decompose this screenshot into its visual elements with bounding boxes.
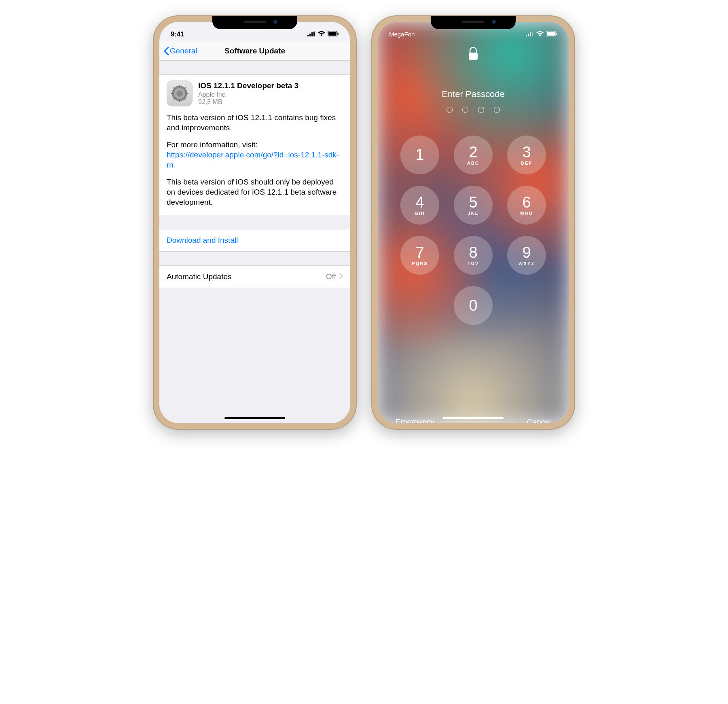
phone-right: MegaFon Enter Passcode bbox=[372, 16, 574, 429]
status-right bbox=[473, 30, 557, 38]
lock-icon bbox=[468, 47, 478, 62]
status-time: 9:41 bbox=[171, 30, 184, 38]
passcode-dot bbox=[494, 107, 500, 113]
settings-body: iOS 12.1.1 Developer beta 3 Apple Inc. 9… bbox=[159, 61, 350, 423]
svg-rect-5 bbox=[328, 32, 336, 36]
phone-left: 9:41 General Software Update bbox=[154, 16, 356, 429]
back-label: General bbox=[170, 47, 197, 55]
screen-lock: MegaFon Enter Passcode bbox=[378, 22, 569, 423]
chevron-left-icon bbox=[163, 47, 169, 55]
cancel-button[interactable]: Cancel bbox=[527, 418, 551, 423]
nav-bar: General Software Update bbox=[159, 41, 350, 61]
svg-rect-21 bbox=[532, 32, 533, 36]
keypad-4[interactable]: 4GHI bbox=[400, 186, 439, 225]
keypad-9[interactable]: 9WXYZ bbox=[507, 236, 546, 275]
svg-rect-2 bbox=[311, 32, 313, 36]
svg-rect-20 bbox=[530, 32, 531, 36]
svg-rect-1 bbox=[309, 34, 311, 36]
back-button[interactable]: General bbox=[163, 47, 197, 55]
svg-rect-23 bbox=[547, 32, 555, 36]
passcode-dot bbox=[447, 107, 453, 113]
keypad-8[interactable]: 8TUV bbox=[454, 236, 493, 275]
release-notes-link[interactable]: https://developer.apple.com/go/?id=ios-1… bbox=[167, 151, 339, 169]
svg-rect-25 bbox=[469, 53, 478, 60]
passcode-dot bbox=[462, 107, 468, 113]
svg-rect-24 bbox=[556, 33, 557, 35]
settings-gear-icon bbox=[167, 81, 193, 106]
automatic-updates-label: Automatic Updates bbox=[167, 272, 232, 281]
notch bbox=[212, 16, 297, 29]
svg-rect-3 bbox=[313, 32, 315, 36]
keypad: 1 2ABC 3DEF 4GHI 5JKL 6MNO 7PQRS 8TUV 9W… bbox=[400, 136, 546, 325]
status-right bbox=[255, 30, 339, 38]
svg-rect-6 bbox=[338, 33, 339, 35]
keypad-2[interactable]: 2ABC bbox=[454, 136, 493, 174]
keypad-3[interactable]: 3DEF bbox=[507, 136, 546, 174]
keypad-6[interactable]: 6MNO bbox=[507, 186, 546, 225]
emergency-button[interactable]: Emergency bbox=[396, 418, 434, 423]
keypad-1[interactable]: 1 bbox=[400, 136, 439, 174]
enter-passcode-label: Enter Passcode bbox=[442, 89, 504, 100]
signal-icon bbox=[526, 30, 534, 38]
lock-content: Enter Passcode 1 2ABC 3DEF 4GHI 5JKL 6MN… bbox=[378, 41, 569, 423]
svg-rect-19 bbox=[528, 34, 529, 36]
wifi-icon bbox=[318, 30, 325, 38]
passcode-dot bbox=[478, 107, 484, 113]
desc-para-1: This beta version of iOS 12.1.1 contains… bbox=[167, 113, 343, 133]
status-carrier: MegaFon bbox=[389, 31, 415, 38]
keypad-7[interactable]: 7PQRS bbox=[400, 236, 439, 275]
automatic-updates-value: Off bbox=[326, 272, 336, 281]
chevron-right-icon bbox=[339, 272, 343, 281]
home-indicator[interactable] bbox=[224, 417, 285, 419]
screen-settings: 9:41 General Software Update bbox=[159, 22, 350, 423]
keypad-5[interactable]: 5JKL bbox=[454, 186, 493, 225]
update-title: iOS 12.1.1 Developer beta 3 bbox=[198, 81, 298, 90]
wifi-icon bbox=[536, 30, 544, 38]
update-vendor: Apple Inc. bbox=[198, 91, 298, 98]
keypad-0[interactable]: 0 bbox=[454, 286, 493, 325]
desc-para-2: For more information, visit: https://dev… bbox=[167, 140, 343, 170]
battery-icon bbox=[546, 30, 557, 38]
passcode-dots bbox=[447, 107, 500, 113]
signal-icon bbox=[307, 30, 315, 38]
svg-rect-0 bbox=[307, 35, 309, 36]
update-size: 92,8 MB bbox=[198, 98, 298, 106]
battery-icon bbox=[328, 30, 339, 38]
notch bbox=[431, 16, 516, 29]
svg-point-9 bbox=[176, 90, 182, 96]
svg-rect-18 bbox=[526, 35, 527, 36]
desc2-prefix: For more information, visit: bbox=[167, 140, 258, 149]
home-indicator[interactable] bbox=[443, 417, 504, 419]
update-info-cell: iOS 12.1.1 Developer beta 3 Apple Inc. 9… bbox=[159, 74, 350, 215]
download-install-button[interactable]: Download and Install bbox=[159, 229, 350, 252]
desc-para-3: This beta version of iOS should only be … bbox=[167, 177, 343, 207]
automatic-updates-row[interactable]: Automatic Updates Off bbox=[159, 265, 350, 288]
update-description: This beta version of iOS 12.1.1 contains… bbox=[167, 113, 343, 208]
